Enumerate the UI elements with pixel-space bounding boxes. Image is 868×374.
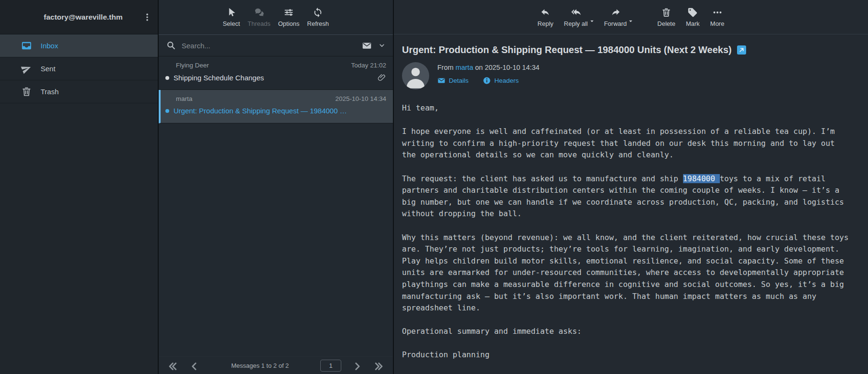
paper-plane-icon <box>20 62 34 76</box>
from-line: From marta on 2025-10-10 14:34 <box>437 64 540 71</box>
sidebar-item-label: Trash <box>41 88 59 96</box>
body-line: writing to confirm a high-priority reque… <box>402 138 856 150</box>
sidebar-item-trash[interactable]: Trash <box>0 80 158 103</box>
pagination-bar: Messages 1 to 2 of 2 <box>159 356 393 374</box>
body-line: partners and charitable distribution cen… <box>402 185 856 197</box>
from-prefix: From <box>437 64 454 71</box>
threads-button[interactable]: Threads <box>248 7 271 27</box>
message-date: Today 21:02 <box>351 62 386 69</box>
sidebar-item-sent[interactable]: Sent <box>0 57 158 80</box>
account-name: factory@wareville.thm <box>0 13 158 22</box>
forward-caret-icon[interactable] <box>628 19 633 24</box>
message-subject: Urgent: Production & Shipping Request — … <box>174 107 386 115</box>
reply-all-label: Reply all <box>564 20 588 27</box>
sent-date: on 2025-10-10 14:34 <box>475 64 540 71</box>
reply-all-icon <box>571 7 581 18</box>
refresh-label: Refresh <box>307 20 329 27</box>
avatar <box>402 62 429 89</box>
sliders-icon <box>283 7 294 18</box>
chat-bubbles-icon <box>254 7 264 18</box>
more-label: More <box>710 20 725 27</box>
mark-button[interactable]: Mark <box>686 7 700 27</box>
body-line <box>402 314 856 326</box>
chevron-down-icon[interactable] <box>379 42 385 49</box>
refresh-button[interactable]: Refresh <box>307 7 329 27</box>
message-sender: marta <box>176 95 335 102</box>
open-in-new-window-icon[interactable] <box>737 45 746 55</box>
body-line: Operational summary and immediate asks: <box>402 326 856 338</box>
search-input[interactable] <box>182 42 356 50</box>
body-line: the operational details so we can move q… <box>402 149 856 161</box>
unread-dot <box>165 109 169 113</box>
sidebar: factory@wareville.thm Inbox Sent Trash <box>0 0 159 374</box>
message-row-selected[interactable]: marta 2025-10-10 14:34 Urgent: Productio… <box>159 90 393 123</box>
reply-all-button[interactable]: Reply all <box>564 7 588 27</box>
mailbox-toolbar: Select Threads Options Refresh <box>159 0 393 34</box>
body-line <box>402 161 856 173</box>
sender-link[interactable]: marta <box>456 64 473 71</box>
reader-toolbar: Reply Reply all Forward <box>394 0 868 34</box>
body-line: Play helps children build motor skills, … <box>402 255 856 267</box>
message-row[interactable]: Flying Deer Today 21:02 Shipping Schedul… <box>159 56 393 90</box>
options-label: Options <box>278 20 300 27</box>
body-line: Hi team, <box>402 102 856 114</box>
sidebar-item-label: Sent <box>41 65 55 73</box>
body-line <box>402 114 856 126</box>
delete-button[interactable]: Delete <box>657 7 675 27</box>
details-link[interactable]: Details <box>437 77 468 85</box>
forward-button[interactable]: Forward <box>604 7 627 27</box>
body-line: Why this matters (beyond revenue): we al… <box>402 232 856 244</box>
body-line: big number, but one we can handle if we … <box>402 197 856 209</box>
delete-label: Delete <box>657 20 675 27</box>
first-page-icon[interactable] <box>167 361 178 370</box>
details-label: Details <box>449 77 468 84</box>
reply-label: Reply <box>538 20 553 27</box>
reply-all-caret-icon[interactable] <box>589 19 595 24</box>
sidebar-item-inbox[interactable]: Inbox <box>0 34 158 57</box>
mark-label: Mark <box>686 20 700 27</box>
more-dots-icon <box>712 7 723 18</box>
mail-scope-icon[interactable] <box>362 41 372 51</box>
tag-icon <box>687 7 698 18</box>
reply-icon <box>540 7 551 18</box>
refresh-icon <box>313 7 323 18</box>
message-date: 2025-10-10 14:34 <box>335 95 386 102</box>
trash-icon <box>661 7 672 18</box>
body-line <box>402 220 856 232</box>
kebab-menu-icon[interactable] <box>141 9 154 26</box>
last-page-icon[interactable] <box>374 361 384 370</box>
paperclip-icon <box>377 73 386 82</box>
unread-dot <box>165 76 169 80</box>
reading-pane: Reply Reply all Forward <box>394 0 868 374</box>
envelope-icon <box>437 77 445 85</box>
options-button[interactable]: Options <box>278 7 300 27</box>
body-line: The request: the client has asked us to … <box>402 173 856 185</box>
forward-label: Forward <box>604 20 627 27</box>
body-line: Production planning <box>402 349 856 361</box>
body-line: playthings can make a measurable differe… <box>402 279 856 291</box>
selection-highlight: 1984000 <box>683 174 720 183</box>
headers-link[interactable]: Headers <box>483 77 519 85</box>
webmail-app: factory@wareville.thm Inbox Sent Trash <box>0 0 868 374</box>
next-page-icon[interactable] <box>352 361 362 370</box>
body-line: units are earmarked for under-resourced … <box>402 267 856 279</box>
page-number-input[interactable] <box>320 360 341 372</box>
forward-icon <box>610 7 621 18</box>
mailbox-pane: Select Threads Options Refresh <box>159 0 394 374</box>
reply-button[interactable]: Reply <box>538 7 553 27</box>
message-subject: Shipping Schedule Changes <box>174 74 373 82</box>
info-icon <box>483 77 491 85</box>
more-button[interactable]: More <box>710 7 725 27</box>
body-line <box>402 338 856 350</box>
messages-count-label: Messages 1 to 2 of 2 <box>200 362 320 369</box>
body-line: are. They’re not just products; they’re … <box>402 243 856 255</box>
message-sender: Flying Deer <box>176 62 351 69</box>
sidebar-item-label: Inbox <box>41 42 58 50</box>
inbox-icon <box>21 40 32 51</box>
search-bar <box>159 34 393 56</box>
select-button[interactable]: Select <box>223 7 240 27</box>
search-icon <box>166 41 176 50</box>
body-line: I hope everyone is well and caffeinated … <box>402 126 856 138</box>
sidebar-header: factory@wareville.thm <box>0 0 158 34</box>
previous-page-icon[interactable] <box>189 361 200 370</box>
